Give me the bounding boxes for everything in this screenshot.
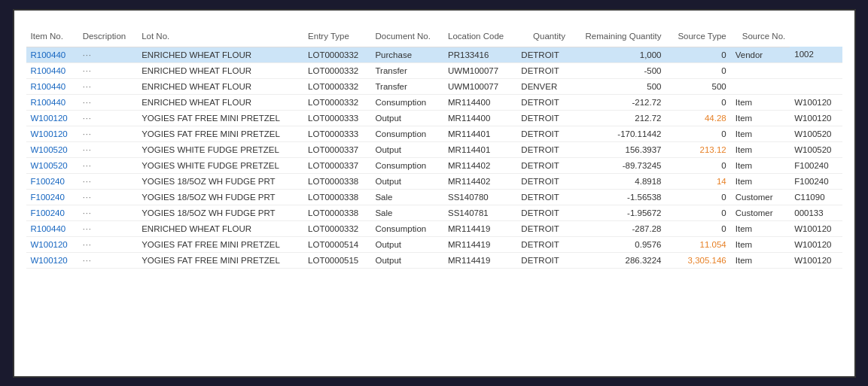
cell-entry-type: Transfer xyxy=(370,78,443,94)
cell-action-dots[interactable]: ··· xyxy=(78,173,138,189)
cell-source-no: W100120 xyxy=(790,252,842,268)
cell-entry-type: Purchase xyxy=(370,47,443,62)
dots-button[interactable]: ··· xyxy=(83,50,92,59)
col-header-description: Description xyxy=(78,29,138,47)
dots-button[interactable]: ··· xyxy=(83,66,92,75)
cell-description: YOGIES 18/5OZ WH FUDGE PRT xyxy=(137,205,303,220)
cell-location-code: DETROIT xyxy=(516,252,570,268)
cell-entry-type: Transfer xyxy=(370,62,443,78)
cell-entry-type: Sale xyxy=(370,189,443,205)
item-no-link[interactable]: R100440 xyxy=(31,50,66,59)
dots-button[interactable]: ··· xyxy=(83,177,92,186)
dots-button[interactable]: ··· xyxy=(83,82,92,91)
cell-description: YOGIES FAT FREE MINI PRETZEL xyxy=(137,110,303,126)
cell-doc-no: SS140780 xyxy=(443,189,516,205)
cell-doc-no: MR114400 xyxy=(443,110,516,126)
cell-source-type: Item xyxy=(731,173,790,189)
cell-item-no: R100440 xyxy=(26,94,78,110)
dots-button[interactable]: ··· xyxy=(83,161,92,170)
cell-quantity: -1.56538 xyxy=(570,189,666,205)
cell-remaining-qty: 0 xyxy=(666,94,731,110)
dots-button[interactable]: ··· xyxy=(83,208,92,217)
cell-location-code: DETROIT xyxy=(516,189,570,205)
cell-lot-no: LOT0000338 xyxy=(303,189,370,205)
cell-doc-no: MR114401 xyxy=(443,126,516,141)
cell-remaining-qty: 0 xyxy=(666,189,731,205)
col-header-source-no-: Source No. xyxy=(731,29,790,47)
cell-item-no: W100120 xyxy=(26,236,78,252)
cell-item-no: W100120 xyxy=(26,252,78,268)
cell-item-no: R100440 xyxy=(26,78,78,94)
cell-source-type: Customer xyxy=(731,205,790,220)
cell-action-dots[interactable]: ··· xyxy=(78,157,138,173)
cell-source-type: Item xyxy=(731,252,790,268)
cell-action-dots[interactable]: ··· xyxy=(78,110,138,126)
cell-item-no: W100520 xyxy=(26,157,78,173)
cell-action-dots[interactable]: ··· xyxy=(78,205,138,220)
table-row: R100440···ENRICHED WHEAT FLOURLOT0000332… xyxy=(26,62,842,78)
cell-remaining-qty: 0 xyxy=(666,62,731,78)
table-row: W100120···YOGIES FAT FREE MINI PRETZELLO… xyxy=(26,236,842,252)
cell-action-dots[interactable]: ··· xyxy=(78,252,138,268)
table-row: R100440···ENRICHED WHEAT FLOURLOT0000332… xyxy=(26,94,842,110)
cell-source-type: Item xyxy=(731,220,790,236)
cell-item-no: R100440 xyxy=(26,220,78,236)
cell-quantity: -500 xyxy=(570,62,666,78)
cell-quantity: 156.3937 xyxy=(570,141,666,157)
cell-entry-type: Output xyxy=(370,252,443,268)
cell-source-type xyxy=(731,78,790,94)
cell-action-dots[interactable]: ··· xyxy=(78,62,138,78)
dots-button[interactable]: ··· xyxy=(83,224,92,233)
cell-remaining-qty: 0 xyxy=(666,126,731,141)
dots-button[interactable]: ··· xyxy=(83,256,92,265)
cell-lot-no: LOT0000337 xyxy=(303,141,370,157)
col-header-remaining-quantity: Remaining Quantity xyxy=(570,29,666,47)
cell-entry-type: Consumption xyxy=(370,126,443,141)
cell-description: ENRICHED WHEAT FLOUR xyxy=(137,94,303,110)
cell-lot-no: LOT0000514 xyxy=(303,236,370,252)
dots-button[interactable]: ··· xyxy=(83,129,92,138)
cell-quantity: -170.11442 xyxy=(570,126,666,141)
recall-detail-table: Item No.DescriptionLot No.Entry TypeDocu… xyxy=(26,29,842,269)
col-header-location-code: Location Code xyxy=(443,29,516,47)
cell-entry-type: Consumption xyxy=(370,220,443,236)
cell-action-dots[interactable]: ··· xyxy=(78,126,138,141)
table-row: W100520···YOGIES WHITE FUDGE PRETZELLOT0… xyxy=(26,141,842,157)
cell-doc-no: SS140781 xyxy=(443,205,516,220)
cell-action-dots[interactable]: ··· xyxy=(78,220,138,236)
cell-doc-no: MR114402 xyxy=(443,173,516,189)
cell-location-code: DETROIT xyxy=(516,62,570,78)
dots-button[interactable]: ··· xyxy=(83,145,92,154)
cell-entry-type: Sale xyxy=(370,205,443,220)
cell-location-code: DETROIT xyxy=(516,47,570,62)
cell-remaining-qty: 14 xyxy=(666,173,731,189)
cell-source-no: W100520 xyxy=(790,126,842,141)
cell-quantity: 0.9576 xyxy=(570,236,666,252)
dots-button[interactable]: ··· xyxy=(83,114,92,123)
cell-doc-no: MR114402 xyxy=(443,157,516,173)
cell-source-no: W100120 xyxy=(790,94,842,110)
cell-lot-no: LOT0000332 xyxy=(303,220,370,236)
cell-action-dots[interactable]: ··· xyxy=(78,189,138,205)
cell-entry-type: Output xyxy=(370,173,443,189)
cell-remaining-qty: 500 xyxy=(666,78,731,94)
cell-item-no: W100120 xyxy=(26,126,78,141)
cell-action-dots[interactable]: ··· xyxy=(78,236,138,252)
cell-remaining-qty: 44.28 xyxy=(666,110,731,126)
cell-description: YOGIES FAT FREE MINI PRETZEL xyxy=(137,236,303,252)
cell-action-dots[interactable]: ··· xyxy=(78,47,138,62)
main-window: Item No.DescriptionLot No.Entry TypeDocu… xyxy=(13,9,856,378)
cell-lot-no: LOT0000332 xyxy=(303,47,370,62)
cell-lot-no: LOT0000338 xyxy=(303,205,370,220)
cell-action-dots[interactable]: ··· xyxy=(78,78,138,94)
dots-button[interactable]: ··· xyxy=(83,240,92,249)
cell-action-dots[interactable]: ··· xyxy=(78,94,138,110)
cell-remaining-qty: 11.054 xyxy=(666,236,731,252)
cell-action-dots[interactable]: ··· xyxy=(78,141,138,157)
cell-entry-type: Output xyxy=(370,236,443,252)
cell-description: ENRICHED WHEAT FLOUR xyxy=(137,62,303,78)
dots-button[interactable]: ··· xyxy=(83,98,92,107)
dots-button[interactable]: ··· xyxy=(83,193,92,202)
cell-item-no[interactable]: R100440 xyxy=(26,47,78,62)
cell-doc-no: UWM100077 xyxy=(443,62,516,78)
